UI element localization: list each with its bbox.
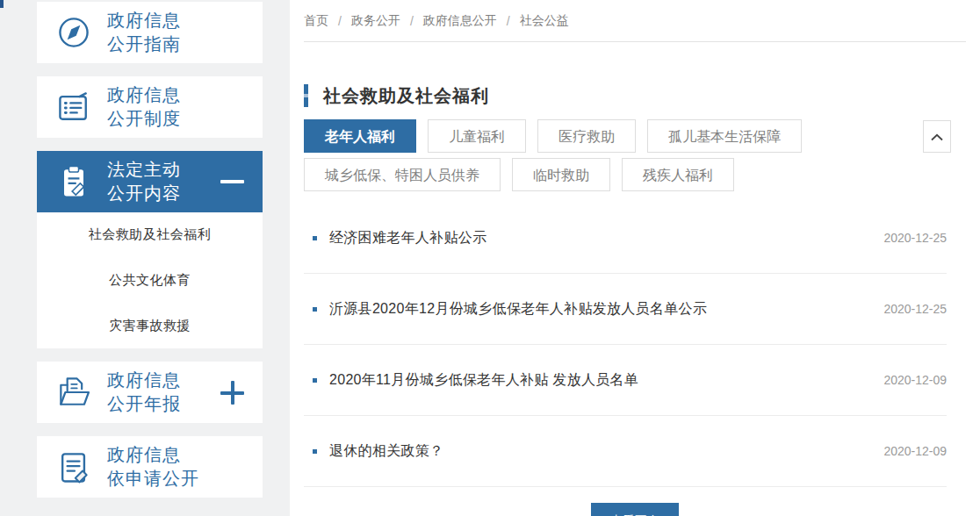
chevron-up-icon xyxy=(930,129,944,145)
breadcrumb: 首页 / 政务公开 / 政府信息公开 / 社会公益 xyxy=(304,0,966,42)
article-title-link[interactable]: 退休的相关政策？ xyxy=(329,442,443,461)
bullet-icon xyxy=(313,307,317,312)
breadcrumb-current: 社会公益 xyxy=(520,13,569,29)
article-row: 沂源县2020年12月份城乡低保老年人补贴发放人员名单公示 2020-12-25 xyxy=(304,274,947,345)
bullet-icon xyxy=(313,449,317,454)
sidebar-item-guide[interactable]: 政府信息 公开指南 xyxy=(37,2,263,63)
collapse-minus-icon[interactable] xyxy=(220,180,244,183)
article-row: 2020年11月份城乡低保老年人补贴 发放人员名单 2020-12-09 xyxy=(304,345,947,416)
article-date: 2020-12-25 xyxy=(883,302,947,316)
article-title-link[interactable]: 沂源县2020年12月份城乡低保老年人补贴发放人员名单公示 xyxy=(329,300,707,319)
article-date: 2020-12-25 xyxy=(883,231,947,245)
tab-orphan-basic-living[interactable]: 孤儿基本生活保障 xyxy=(647,119,802,153)
breadcrumb-home[interactable]: 首页 xyxy=(304,13,328,29)
submenu-item-culture-sports[interactable]: 公共文化体育 xyxy=(37,258,263,304)
breadcrumb-separator: / xyxy=(338,14,342,28)
tab-temporary-assistance[interactable]: 临时救助 xyxy=(512,158,610,191)
sidebar-item-label: 政府信息 公开制度 xyxy=(107,83,181,131)
expand-plus-icon[interactable] xyxy=(220,381,244,405)
article-title-link[interactable]: 2020年11月份城乡低保老年人补贴 发放人员名单 xyxy=(329,371,638,390)
submenu-item-disaster-rescue[interactable]: 灾害事故救援 xyxy=(37,303,263,348)
tab-subsistence-allowance[interactable]: 城乡低保、特困人员供养 xyxy=(304,158,501,191)
clipboard-pen-icon xyxy=(54,162,93,201)
sidebar-item-rules[interactable]: 政府信息 公开制度 xyxy=(37,76,263,138)
bullet-icon xyxy=(313,378,317,383)
breadcrumb-separator: / xyxy=(410,14,414,28)
sidebar-submenu: 社会救助及社会福利 公共文化体育 灾害事故救援 xyxy=(37,212,263,348)
sidebar-item-label: 政府信息 公开年报 xyxy=(107,369,181,416)
breadcrumb-gov-affairs[interactable]: 政务公开 xyxy=(351,13,400,29)
article-date: 2020-12-09 xyxy=(883,444,947,458)
collapse-tabs-button[interactable] xyxy=(923,120,951,153)
submenu-item-social-assistance[interactable]: 社会救助及社会福利 xyxy=(37,212,263,258)
article-date: 2020-12-09 xyxy=(883,373,947,387)
page-title: 社会救助及社会福利 xyxy=(323,84,489,108)
category-tabs-row: 老年人福利 儿童福利 医疗救助 孤儿基本生活保障 城乡低保、特困人员供养 临时救… xyxy=(304,119,966,191)
folder-doc-icon xyxy=(54,373,93,412)
title-marker xyxy=(304,84,308,107)
article-list: 经济困难老年人补贴公示 2020-12-25 沂源县2020年12月份城乡低保老… xyxy=(304,203,947,487)
tab-children-welfare[interactable]: 儿童福利 xyxy=(428,119,526,153)
sidebar-item-annual-report[interactable]: 政府信息 公开年报 xyxy=(37,362,263,423)
corner-mark xyxy=(0,0,4,8)
section-title: 社会救助及社会福利 xyxy=(304,84,966,107)
tab-medical-assistance[interactable]: 医疗救助 xyxy=(537,119,636,153)
bullet-icon xyxy=(313,236,317,240)
article-row: 退休的相关政策？ 2020-12-09 xyxy=(304,416,947,487)
sidebar-item-disclosure-upon-request[interactable]: 政府信息 依申请公开 xyxy=(37,436,263,498)
page-root: 政府信息 公开指南 政府信息 公开制度 xyxy=(0,0,980,516)
main-content: 首页 / 政务公开 / 政府信息公开 / 社会公益 社会救助及社会福利 老年人福… xyxy=(290,0,980,516)
document-pen-icon xyxy=(54,448,93,486)
view-more-button[interactable]: 查看更多 xyxy=(591,503,679,516)
category-tabs: 老年人福利 儿童福利 医疗救助 孤儿基本生活保障 城乡低保、特困人员供养 临时救… xyxy=(304,119,919,191)
article-row: 经济困难老年人补贴公示 2020-12-25 xyxy=(304,203,947,274)
sidebar-item-label: 政府信息 依申请公开 xyxy=(107,443,199,491)
compass-icon xyxy=(54,13,93,52)
book-icon xyxy=(54,88,93,126)
sidebar-item-statutory-disclosure[interactable]: 法定主动 公开内容 xyxy=(37,151,263,212)
breadcrumb-gov-info[interactable]: 政府信息公开 xyxy=(423,13,497,29)
tab-disabled-welfare[interactable]: 残疾人福利 xyxy=(622,158,734,191)
sidebar-item-label: 法定主动 公开内容 xyxy=(107,158,181,205)
article-title-link[interactable]: 经济困难老年人补贴公示 xyxy=(329,229,486,247)
sidebar: 政府信息 公开指南 政府信息 公开制度 xyxy=(0,0,290,516)
sidebar-item-label: 政府信息 公开指南 xyxy=(107,9,181,56)
breadcrumb-separator: / xyxy=(507,14,510,28)
tab-elderly-welfare[interactable]: 老年人福利 xyxy=(304,119,416,153)
